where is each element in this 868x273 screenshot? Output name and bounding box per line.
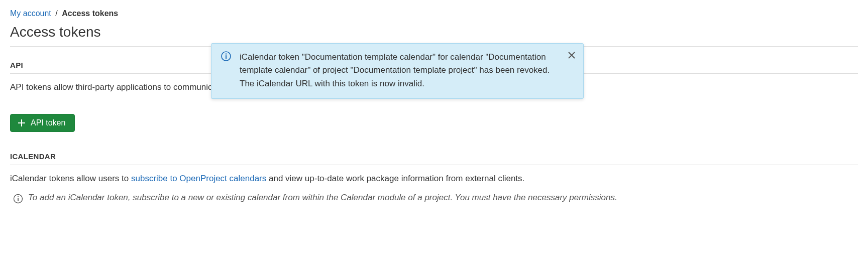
icalendar-section-heading: ICALENDAR — [10, 152, 858, 165]
plus-icon — [18, 119, 26, 127]
breadcrumb-current: Access tokens — [62, 9, 118, 18]
info-icon — [221, 51, 232, 66]
icalendar-section: ICALENDAR iCalendar tokens allow users t… — [10, 152, 858, 207]
breadcrumb-separator: / — [55, 9, 57, 18]
icalendar-desc-suffix: and view up-to-date work package informa… — [266, 174, 524, 183]
svg-rect-4 — [18, 198, 19, 201]
svg-rect-7 — [226, 55, 227, 59]
info-icon — [13, 194, 23, 206]
breadcrumb: My account / Access tokens — [10, 9, 858, 18]
breadcrumb-parent-link[interactable]: My account — [10, 9, 51, 18]
add-api-token-button[interactable]: API token — [10, 114, 75, 132]
svg-point-6 — [226, 53, 227, 54]
add-api-token-label: API token — [31, 118, 65, 127]
toast-notification: iCalendar token "Documentation template … — [211, 43, 584, 99]
icalendar-desc-prefix: iCalendar tokens allow users to — [10, 174, 131, 183]
page-title: Access tokens — [10, 24, 858, 40]
close-icon[interactable] — [567, 51, 576, 64]
svg-point-3 — [18, 196, 19, 197]
toast-message: iCalendar token "Documentation template … — [240, 52, 550, 88]
icalendar-hint-text: To add an iCalendar token, subscribe to … — [28, 193, 617, 203]
icalendar-section-description: iCalendar tokens allow users to subscrib… — [10, 172, 858, 185]
icalendar-hint: To add an iCalendar token, subscribe to … — [10, 193, 858, 206]
subscribe-calendars-link[interactable]: subscribe to OpenProject calendars — [131, 174, 266, 183]
